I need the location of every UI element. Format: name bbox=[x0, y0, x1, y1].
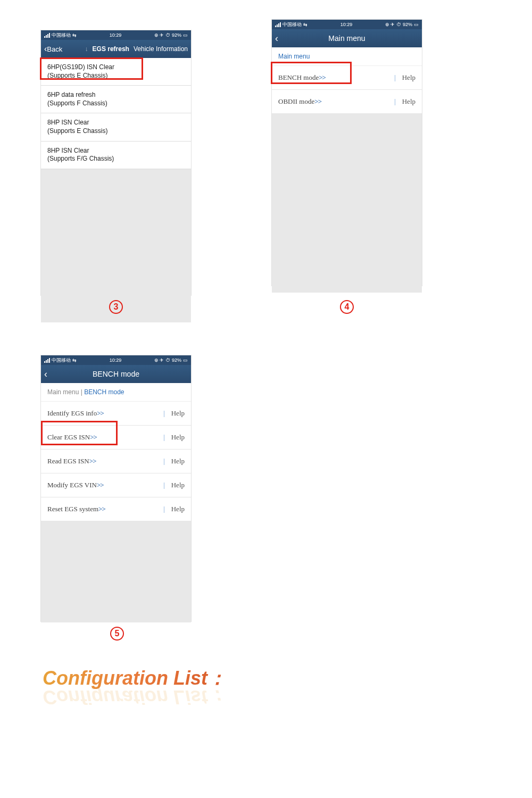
help-link[interactable]: Help bbox=[402, 97, 415, 106]
status-bar: 中国移动 ⇆ 10:29 ⊕ ✈ ⏱ 92% ▭ bbox=[41, 355, 191, 365]
item-line2: (Supports E Chassis) bbox=[47, 72, 185, 80]
status-icons: ⊕ ✈ ⏱ bbox=[154, 32, 170, 38]
menu-label: BENCH mode bbox=[278, 73, 319, 81]
breadcrumb: Main menu bbox=[272, 47, 422, 66]
breadcrumb-prev[interactable]: Main menu bbox=[47, 388, 79, 396]
item-line2: (Supports F/G Chassis) bbox=[47, 155, 185, 163]
menu-label: Modify EGS VIN bbox=[47, 481, 97, 489]
menu-item-read-isn[interactable]: Read EGS ISN>> |Help bbox=[41, 450, 191, 473]
status-icons: ⊕ ✈ ⏱ bbox=[154, 358, 170, 363]
phone-screenshot-3: 中国移动 ⇆ 10:29 ⊕ ✈ ⏱ 92% ▭ ‹ Back ↓ EGS re… bbox=[41, 30, 191, 295]
wifi-icon: ⇆ bbox=[72, 358, 77, 363]
item-line1: 6HP(GS19D) ISN Clear bbox=[47, 63, 185, 72]
item-line1: 8HP ISN Clear bbox=[47, 119, 185, 127]
breadcrumb: Main menu | BENCH mode bbox=[41, 383, 191, 402]
divider-icon: | bbox=[163, 409, 165, 418]
menu-item-obdii[interactable]: OBDII mode>> |Help bbox=[272, 90, 422, 114]
back-button[interactable]: ‹ Back bbox=[41, 44, 62, 54]
help-link[interactable]: Help bbox=[171, 457, 185, 466]
divider-icon: | bbox=[163, 433, 165, 442]
nav-subtitle: Vehicle Information bbox=[134, 45, 188, 53]
wifi-icon: ⇆ bbox=[72, 32, 77, 38]
help-link[interactable]: Help bbox=[171, 409, 185, 418]
nav-bar: ‹ Back ↓ EGS refresh Vehicle Information bbox=[41, 40, 191, 58]
status-icons: ⊕ ✈ ⏱ bbox=[385, 22, 401, 27]
heading-reflection: Configuration List： bbox=[43, 684, 227, 710]
nav-bar: ‹ BENCH mode bbox=[41, 365, 191, 383]
back-button[interactable]: ‹ bbox=[272, 33, 278, 44]
mode-list: BENCH mode>> |Help OBDII mode>> |Help bbox=[272, 66, 422, 114]
egs-function-list: Identify EGS info>> |Help Clear EGS ISN>… bbox=[41, 402, 191, 521]
list-item[interactable]: 8HP ISN Clear (Supports F/G Chassis) bbox=[41, 142, 191, 169]
battery-label: 92% bbox=[403, 22, 412, 27]
chevron-right-icon: >> bbox=[90, 433, 97, 441]
chevron-right-icon: >> bbox=[89, 457, 96, 465]
list-item[interactable]: 6HP data refresh (Supports F Chassis) bbox=[41, 86, 191, 113]
clock: 10:29 bbox=[110, 32, 122, 38]
divider-icon: | bbox=[163, 505, 165, 513]
breadcrumb-current[interactable]: BENCH mode bbox=[84, 388, 124, 396]
divider-icon: | bbox=[394, 97, 396, 106]
clock: 10:29 bbox=[340, 22, 353, 27]
divider-icon: | bbox=[394, 73, 396, 82]
down-arrow-icon: ↓ bbox=[85, 45, 88, 53]
menu-item-modify-vin[interactable]: Modify EGS VIN>> |Help bbox=[41, 473, 191, 497]
help-link[interactable]: Help bbox=[171, 433, 185, 442]
menu-item-clear-isn[interactable]: Clear EGS ISN>> |Help bbox=[41, 426, 191, 450]
chevron-left-icon: ‹ bbox=[44, 369, 47, 380]
list-item[interactable]: 8HP ISN Clear (Supports E Chassis) bbox=[41, 113, 191, 141]
clock: 10:29 bbox=[110, 358, 122, 363]
step-badge-3: 3 bbox=[109, 300, 123, 314]
carrier-label: 中国移动 bbox=[52, 357, 71, 364]
breadcrumb-sep: | bbox=[81, 388, 82, 396]
menu-item-identify[interactable]: Identify EGS info>> |Help bbox=[41, 402, 191, 426]
item-line2: (Supports F Chassis) bbox=[47, 99, 185, 108]
back-label: Back bbox=[47, 45, 62, 53]
function-list: 6HP(GS19D) ISN Clear (Supports E Chassis… bbox=[41, 58, 191, 169]
carrier-label: 中国移动 bbox=[52, 32, 71, 39]
divider-icon: | bbox=[163, 481, 165, 489]
battery-icon: ▭ bbox=[414, 22, 419, 27]
nav-title: BENCH mode bbox=[41, 370, 191, 378]
status-bar: 中国移动 ⇆ 10:29 ⊕ ✈ ⏱ 92% ▭ bbox=[272, 20, 422, 29]
breadcrumb-current[interactable]: Main menu bbox=[278, 53, 310, 60]
wifi-icon: ⇆ bbox=[303, 22, 307, 27]
nav-bar: ‹ Main menu bbox=[272, 29, 422, 47]
menu-item-bench[interactable]: BENCH mode>> |Help bbox=[272, 66, 422, 90]
battery-label: 92% bbox=[172, 358, 181, 363]
chevron-right-icon: >> bbox=[97, 481, 104, 489]
item-line1: 6HP data refresh bbox=[47, 91, 185, 99]
help-link[interactable]: Help bbox=[171, 505, 185, 513]
list-item[interactable]: 6HP(GS19D) ISN Clear (Supports E Chassis… bbox=[41, 58, 191, 86]
signal-icon bbox=[44, 358, 50, 363]
chevron-right-icon: >> bbox=[319, 73, 326, 81]
chevron-right-icon: >> bbox=[98, 505, 105, 513]
menu-item-reset-egs[interactable]: Reset EGS system>> |Help bbox=[41, 497, 191, 521]
menu-label: Identify EGS info bbox=[47, 409, 97, 417]
signal-icon bbox=[44, 33, 50, 38]
back-button[interactable]: ‹ bbox=[41, 369, 47, 380]
chevron-right-icon: >> bbox=[97, 409, 104, 417]
item-line1: 8HP ISN Clear bbox=[47, 147, 185, 155]
help-link[interactable]: Help bbox=[402, 73, 415, 82]
carrier-label: 中国移动 bbox=[282, 21, 302, 28]
battery-icon: ▭ bbox=[183, 32, 188, 38]
chevron-right-icon: >> bbox=[314, 97, 321, 105]
battery-label: 92% bbox=[172, 32, 181, 38]
menu-label: OBDII mode bbox=[278, 97, 314, 105]
nav-title: EGS refresh bbox=[93, 45, 129, 53]
signal-icon bbox=[275, 22, 281, 27]
battery-icon: ▭ bbox=[183, 358, 188, 363]
help-link[interactable]: Help bbox=[171, 481, 185, 489]
item-line2: (Supports E Chassis) bbox=[47, 127, 185, 136]
phone-screenshot-5: 中国移动 ⇆ 10:29 ⊕ ✈ ⏱ 92% ▭ ‹ BENCH mode Ma… bbox=[41, 355, 191, 621]
divider-icon: | bbox=[163, 457, 165, 466]
chevron-left-icon: ‹ bbox=[275, 33, 278, 44]
phone-screenshot-4: 中国移动 ⇆ 10:29 ⊕ ✈ ⏱ 92% ▭ ‹ Main menu Mai… bbox=[272, 20, 422, 286]
nav-title: Main menu bbox=[272, 34, 422, 43]
status-bar: 中国移动 ⇆ 10:29 ⊕ ✈ ⏱ 92% ▭ bbox=[41, 30, 191, 40]
menu-label: Reset EGS system bbox=[47, 505, 98, 513]
menu-label: Clear EGS ISN bbox=[47, 433, 90, 441]
menu-label: Read EGS ISN bbox=[47, 457, 89, 465]
step-badge-4: 4 bbox=[340, 300, 354, 314]
